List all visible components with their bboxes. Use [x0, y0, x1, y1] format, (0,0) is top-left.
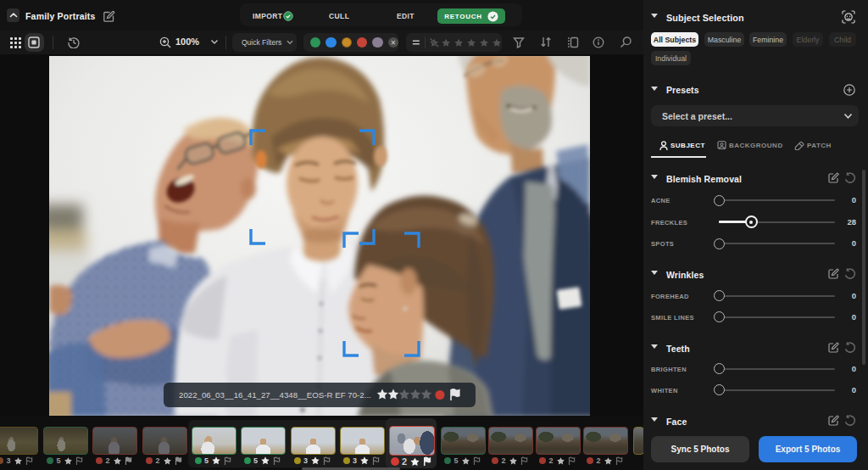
svg-text:2022_06_03__16_41_27__4348__EO: 2022_06_03__16_41_27__4348__EOS-R EF 70-… — [179, 390, 371, 400]
